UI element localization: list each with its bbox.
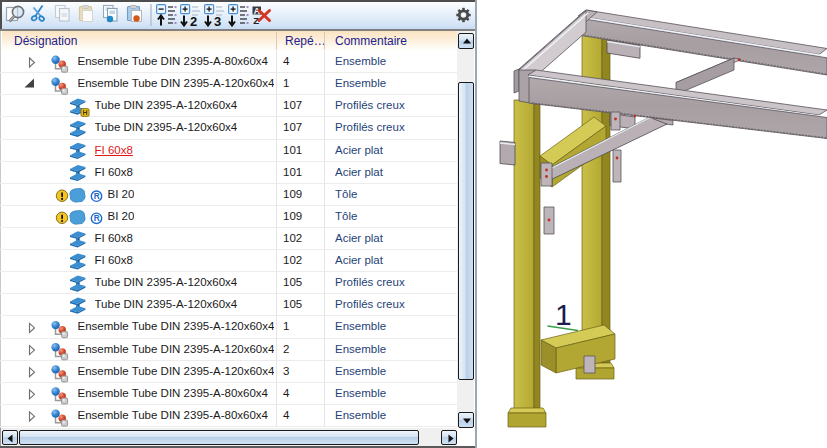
svg-text:1: 1	[555, 298, 572, 331]
svg-text:H: H	[82, 109, 87, 116]
svg-text:2: 2	[190, 14, 197, 29]
svg-text:3: 3	[214, 14, 221, 29]
